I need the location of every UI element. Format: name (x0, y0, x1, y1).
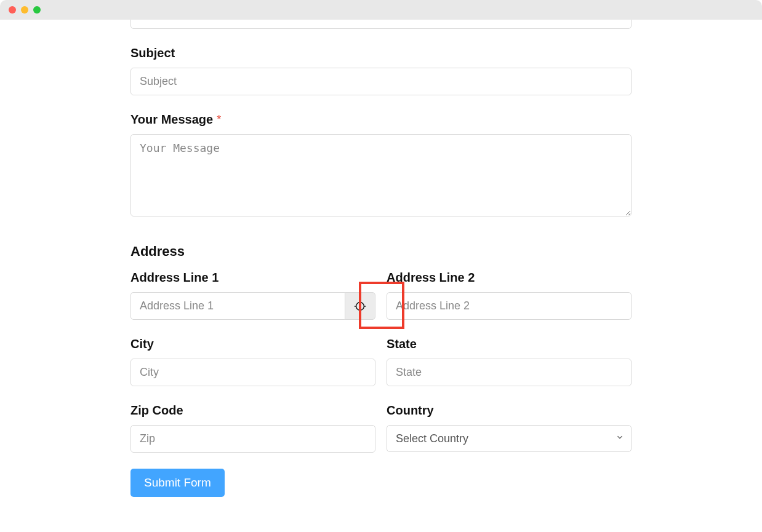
addr1-label: Address Line 1 (130, 271, 375, 285)
window-close-icon[interactable] (9, 6, 16, 14)
subject-label-text: Subject (130, 46, 175, 60)
address-section-heading: Address (130, 244, 632, 260)
subject-input[interactable] (130, 68, 632, 95)
required-mark: * (217, 113, 221, 126)
country-select[interactable]: Select Country (387, 425, 632, 452)
crosshair-icon (353, 300, 367, 313)
zip-label: Zip Code (130, 403, 375, 418)
addr2-label: Address Line 2 (387, 271, 632, 285)
window-maximize-icon[interactable] (33, 6, 41, 14)
address-line-2-input[interactable] (387, 292, 632, 320)
address-line-1-input[interactable] (130, 292, 345, 320)
svg-point-0 (356, 302, 364, 310)
state-input[interactable] (387, 359, 632, 386)
subject-label: Subject (130, 46, 632, 60)
previous-field-input[interactable] (130, 20, 632, 29)
content-area: Subject Your Message * Address Address L… (0, 20, 762, 532)
state-label: State (387, 337, 632, 351)
window-titlebar (0, 0, 762, 20)
message-textarea[interactable] (130, 134, 632, 216)
message-label-text: Your Message (130, 113, 213, 127)
city-input[interactable] (130, 359, 375, 386)
geolocate-button[interactable] (345, 292, 375, 320)
app-window: Subject Your Message * Address Address L… (0, 0, 762, 532)
message-label: Your Message * (130, 113, 632, 127)
country-label: Country (387, 403, 632, 418)
city-label: City (130, 337, 375, 351)
addr1-input-group (130, 292, 375, 320)
zip-input[interactable] (130, 425, 375, 453)
window-minimize-icon[interactable] (21, 6, 28, 14)
submit-button[interactable]: Submit Form (130, 469, 225, 497)
